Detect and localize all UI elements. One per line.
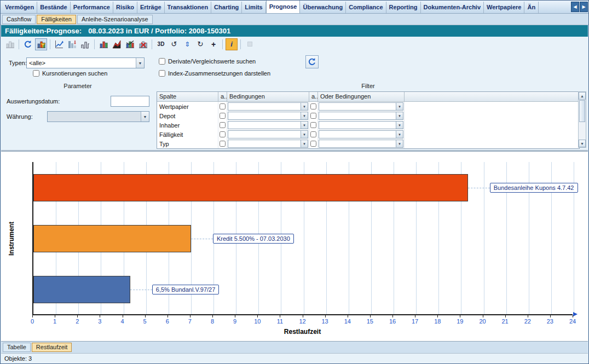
oder-bedingungen-combo[interactable]: ▼ [319, 140, 403, 148]
main-tab-performance[interactable]: Performance [71, 2, 113, 13]
main-tab-reporting[interactable]: Reporting [386, 2, 421, 13]
chevron-down-icon[interactable]: ▼ [301, 122, 308, 129]
oder-bedingungen-combo[interactable]: ▼ [319, 130, 403, 138]
oder-bedingung-aktiv-checkbox[interactable] [310, 131, 316, 137]
filter-table-header-filler [405, 92, 579, 101]
typen-dropdown[interactable]: <alle> ▼ [26, 57, 145, 68]
plot-area[interactable]: Bundesanleihe Kupons 4.7.42Kredit 5.500%… [32, 162, 573, 315]
filter-row-label: Wertpapier [157, 102, 218, 111]
rotate-left-icon[interactable]: ↺ [168, 38, 180, 50]
scrollbar-thumb[interactable] [579, 100, 585, 122]
main-tab-limits[interactable]: Limits [242, 2, 265, 13]
delete-chart-icon[interactable] [137, 38, 149, 50]
bedingung-aktiv-checkbox[interactable] [220, 122, 226, 128]
scrollbar-track[interactable] [579, 100, 586, 140]
filter-table-header-3[interactable]: a... [309, 92, 318, 101]
main-tab-charting[interactable]: Charting [211, 2, 242, 13]
oder-bedingung-aktiv-checkbox[interactable] [310, 113, 316, 119]
main-tab-aen[interactable]: Än [524, 2, 539, 13]
bar-label: Kredit 5.500% - 07.03.2030 [213, 234, 294, 244]
bedingungen-combo[interactable]: ▼ [228, 102, 308, 111]
x-axis-tick-label: 1 [53, 318, 56, 325]
chevron-down-icon[interactable]: ▼ [396, 131, 403, 138]
chart-bar-1[interactable] [33, 174, 468, 201]
chevron-down-icon[interactable]: ▼ [396, 122, 403, 129]
bedingungen-combo[interactable]: ▼ [228, 112, 308, 120]
tab-scroll-left-icon[interactable]: ◀ [571, 2, 579, 12]
oder-bedingung-aktiv-checkbox[interactable] [310, 141, 316, 147]
bedingungen-combo[interactable]: ▼ [228, 121, 308, 129]
auswertungsdatum-input[interactable] [111, 96, 149, 107]
oder-bedingungen-combo[interactable]: ▼ [319, 112, 403, 120]
index-checkbox[interactable] [159, 70, 165, 77]
histogram-icon[interactable] [79, 38, 91, 50]
main-tab-compliance[interactable]: Compliance [346, 2, 386, 13]
bottom-tab-restlaufzeit[interactable]: Restlaufzeit [32, 343, 72, 352]
kursnotierungen-checkbox[interactable] [33, 70, 39, 77]
bedingungen-combo[interactable]: ▼ [228, 140, 308, 148]
filter-table-header-0[interactable]: Spalte [157, 92, 218, 101]
bottom-tab-tabelle[interactable]: Tabelle [3, 343, 31, 352]
bedingungen-combo-value [228, 112, 301, 119]
combo-chart-icon[interactable] [124, 38, 136, 50]
oder-bedingung-aktiv-checkbox[interactable] [310, 103, 316, 109]
main-tab-prognose[interactable]: Prognose [266, 0, 301, 13]
oder-bedingung-aktiv-checkbox[interactable] [310, 122, 316, 128]
filter-table-header-2[interactable]: Bedingungen [227, 92, 309, 101]
move-vertical-icon[interactable]: ⇕ [181, 38, 193, 50]
chevron-down-icon[interactable]: ▼ [301, 131, 308, 138]
bedingung-aktiv-checkbox[interactable] [220, 113, 226, 119]
main-tab-vermoegen[interactable]: Vermögen [2, 2, 37, 13]
main-tab-bestaende[interactable]: Bestände [37, 2, 71, 13]
main-tab-transaktionen[interactable]: Transaktionen [165, 2, 212, 13]
chevron-down-icon[interactable]: ▼ [301, 112, 308, 119]
area-chart-icon[interactable] [111, 38, 123, 50]
chevron-down-icon[interactable]: ▼ [301, 103, 308, 110]
sub-tab-faelligkeiten[interactable]: Fälligkeiten [37, 15, 76, 24]
derivate-checkbox[interactable] [159, 58, 165, 65]
filter-table-header-1[interactable]: a... [218, 92, 227, 101]
sort-chart-icon[interactable] [66, 38, 78, 50]
chevron-down-icon[interactable]: ▼ [136, 58, 144, 68]
bar-chart-icon[interactable] [97, 38, 109, 50]
sub-tab-anleihe-szenarioanalyse[interactable]: Anleihe-Szenarioanalyse [77, 15, 153, 24]
chevron-down-icon[interactable]: ▼ [396, 140, 403, 147]
bedingung-aktiv-checkbox[interactable] [220, 103, 226, 109]
threed-icon[interactable]: 3D [155, 38, 167, 50]
bedingungen-combo[interactable]: ▼ [228, 130, 308, 138]
oder-bedingungen-combo[interactable]: ▼ [319, 121, 403, 129]
chart-bar-3[interactable] [33, 276, 130, 303]
filter-row-label: Depot [157, 111, 218, 120]
chevron-down-icon[interactable]: ▼ [396, 112, 403, 119]
refresh-icon[interactable] [22, 38, 34, 50]
add-icon[interactable]: + [207, 38, 220, 50]
chevron-down-icon[interactable]: ▼ [396, 103, 403, 110]
chevron-down-icon[interactable]: ▼ [141, 112, 149, 122]
main-tab-ertraege[interactable]: Erträge [137, 2, 165, 13]
rotate-right-icon[interactable]: ↻ [194, 38, 206, 50]
sub-tab-cashflow[interactable]: Cashflow [2, 15, 36, 24]
bedingung-aktiv-checkbox[interactable] [220, 131, 226, 137]
bedingungen-combo-value [228, 131, 301, 138]
refresh-filters-button[interactable] [305, 55, 319, 68]
chart-bar-2[interactable] [33, 225, 191, 252]
x-axis-tick-label: 9 [233, 318, 236, 325]
export-chart-icon [4, 38, 16, 50]
scroll-down-icon[interactable]: ▼ [579, 140, 586, 147]
trend-chart-icon[interactable] [53, 38, 65, 50]
chart-filter-icon[interactable] [35, 38, 47, 50]
info-icon[interactable]: i [226, 38, 238, 50]
main-tab-dokumenten-archiv[interactable]: Dokumenten-Archiv [421, 2, 484, 13]
chevron-down-icon[interactable]: ▼ [301, 140, 308, 147]
filter-table-header-4[interactable]: Oder Bedingungen [318, 92, 405, 101]
filter-table-scrollbar[interactable]: ▲ ▼ [578, 91, 586, 148]
toolbar-separator [50, 39, 50, 49]
oder-bedingungen-combo[interactable]: ▼ [319, 102, 403, 111]
tab-scroll-right-icon[interactable]: ▶ [580, 2, 588, 12]
waehrung-dropdown[interactable]: ▼ [47, 111, 149, 122]
main-tab-risiko[interactable]: Risiko [113, 2, 137, 13]
scroll-up-icon[interactable]: ▲ [579, 92, 586, 100]
main-tab-ueberwachung[interactable]: Überwachung [300, 2, 346, 13]
bedingung-aktiv-checkbox[interactable] [220, 141, 226, 147]
main-tab-wertpapiere[interactable]: Wertpapiere [484, 2, 524, 13]
